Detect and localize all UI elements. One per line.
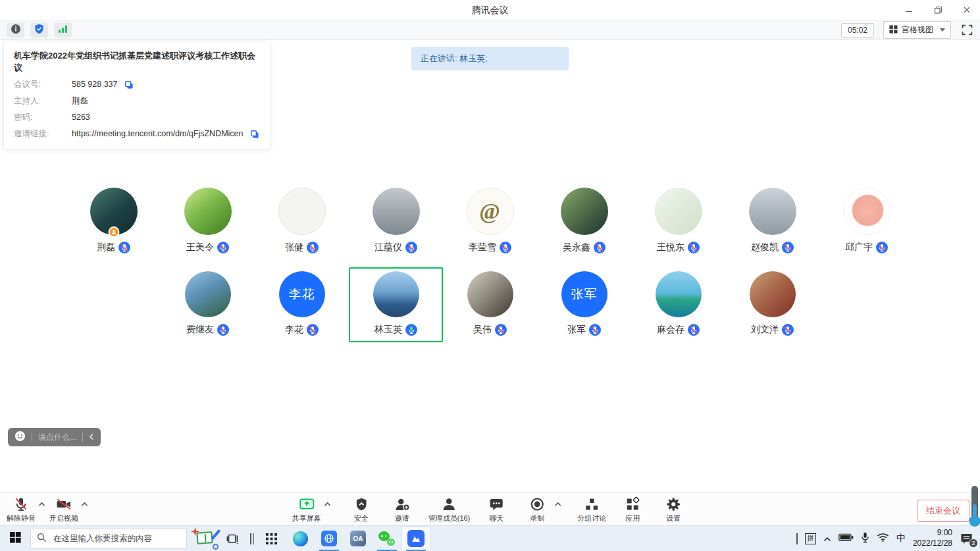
mic-muted-icon: [589, 324, 601, 336]
ime-pinyin-badge[interactable]: 拼: [805, 533, 816, 544]
participant-tile[interactable]: 吴伟: [443, 267, 537, 342]
participant-name: 张健: [285, 242, 303, 253]
participant-name: 王美令: [186, 242, 214, 253]
participant-tile[interactable]: 费继友: [161, 267, 255, 342]
window-title: 腾讯会议: [0, 0, 980, 20]
participant-tile[interactable]: 王美令: [161, 188, 255, 253]
action-center-button[interactable]: 2: [960, 533, 973, 545]
task-view-button[interactable]: [219, 526, 247, 551]
browser-globe-app-icon[interactable]: [315, 526, 344, 551]
battery-icon[interactable]: [838, 533, 854, 544]
toolbar-unmute-label: 解除静音: [7, 513, 36, 523]
participant-tile[interactable]: 荆磊: [66, 188, 161, 253]
mic-muted-icon: [594, 242, 606, 253]
toolbar-invite-button[interactable]: 邀请: [388, 496, 417, 523]
clock-date: 2022/12/28: [913, 538, 952, 549]
participant-tile[interactable]: 麻会存: [631, 267, 725, 342]
emoji-icon[interactable]: [14, 431, 26, 444]
minimize-button[interactable]: [902, 3, 916, 16]
collapse-chevron-icon[interactable]: [89, 431, 94, 443]
chat-input-placeholder[interactable]: 说点什么...: [38, 432, 76, 443]
toolbar-manage-members-button[interactable]: 管理成员(16): [428, 496, 471, 523]
participant-avatar: [185, 271, 231, 317]
toolbar-security-button[interactable]: 安全: [347, 496, 376, 523]
toolbar-start-video-label: 开启视频: [49, 513, 78, 523]
toolbar-settings-button[interactable]: 设置: [659, 496, 688, 523]
mic-muted-icon: [782, 324, 794, 336]
participant-avatar: [843, 188, 890, 235]
mic-muted-icon: [217, 242, 229, 253]
expand-chevron-icon[interactable]: [38, 502, 45, 507]
apps-grid-button[interactable]: [257, 526, 286, 551]
participant-tile[interactable]: 邱广宇: [819, 188, 914, 253]
participant-avatar: [749, 188, 796, 235]
participant-tile[interactable]: @李莹雪: [443, 188, 537, 253]
participant-name: 荆磊: [97, 242, 115, 253]
wechat-app-icon[interactable]: [373, 526, 401, 551]
toolbar-chat-button[interactable]: 聊天: [482, 496, 511, 523]
participant-tile[interactable]: 赵俊凯: [725, 188, 819, 253]
meeting-toolbar: 05:02 宫格视图: [0, 20, 980, 40]
toolbar-breakout-button[interactable]: 分组讨论: [577, 496, 606, 523]
participant-tile[interactable]: 吴永鑫: [537, 188, 631, 253]
wifi-icon[interactable]: [877, 533, 889, 545]
shield-check-icon: [34, 24, 44, 37]
toolbar-apps-button[interactable]: 应用: [618, 496, 647, 523]
language-indicator[interactable]: 中: [896, 533, 906, 544]
meeting-info-row: 邀请链接:https://meeting.tencent.com/dm/qFjs…: [14, 129, 260, 139]
meeting-security-status[interactable]: [30, 22, 48, 38]
participant-tile[interactable]: 刘文洋: [725, 267, 819, 342]
participant-tile[interactable]: 张军张军: [537, 267, 631, 342]
participant-tile[interactable]: 王悦东: [631, 188, 725, 253]
participant-tile[interactable]: 江蕴仪: [349, 188, 443, 253]
start-video-icon: [55, 496, 72, 513]
meeting-info-label: 邀请链接:: [14, 129, 72, 139]
end-meeting-button[interactable]: 结束会议: [917, 500, 969, 522]
meeting-info-value: 5263: [72, 113, 90, 122]
taskbar-search[interactable]: [30, 529, 187, 549]
toolbar-record-button[interactable]: 录制: [523, 496, 552, 523]
participant-tile[interactable]: 林玉英: [349, 267, 443, 342]
participant-nameline: 吴伟: [473, 324, 507, 336]
participant-tile[interactable]: 李花李花: [255, 267, 349, 342]
search-input[interactable]: [52, 533, 180, 544]
copy-icon[interactable]: [250, 130, 259, 139]
chat-quick-bubble[interactable]: 说点什么...: [8, 428, 101, 446]
participant-avatar: [278, 188, 326, 235]
taskbar-clock[interactable]: 9:00 2022/12/28: [913, 528, 952, 548]
edge-app-icon[interactable]: [286, 526, 315, 551]
taskbar-separator: [247, 533, 257, 544]
participant-nameline: 麻会存: [657, 324, 700, 336]
mic-muted-icon: [782, 242, 794, 253]
microphone-tray-icon[interactable]: [861, 532, 869, 546]
close-button[interactable]: [960, 3, 973, 16]
meeting-info-button[interactable]: [7, 22, 24, 38]
notes-app-icon[interactable]: [192, 527, 219, 550]
windows-taskbar: OA 拼 中 9:00 2022/12/28 2: [0, 525, 980, 551]
participant-name: 江蕴仪: [374, 242, 402, 253]
participant-nameline: 邱广宇: [845, 242, 888, 253]
meeting-app-icon[interactable]: [401, 526, 430, 551]
toolbar-chat-label: 聊天: [489, 513, 503, 523]
oa-app-icon[interactable]: OA: [344, 526, 373, 551]
participant-nameline: 李花: [285, 324, 319, 336]
layout-view-selector[interactable]: 宫格视图: [883, 21, 951, 39]
expand-chevron-icon[interactable]: [324, 502, 331, 507]
mic-muted-icon: [500, 242, 511, 253]
meeting-info-value: 荆磊: [72, 96, 88, 106]
toolbar-invite-label: 邀请: [395, 513, 409, 523]
meeting-info-row: 主持人:荆磊: [14, 96, 260, 106]
stylus-widget[interactable]: [971, 486, 978, 521]
participant-tile[interactable]: 张健: [255, 188, 349, 253]
fullscreen-button[interactable]: [960, 24, 973, 37]
hidden-icons-chevron[interactable]: [823, 533, 831, 544]
expand-chevron-icon[interactable]: [554, 502, 561, 507]
toolbar-unmute-button[interactable]: 解除静音: [7, 496, 36, 523]
start-button[interactable]: [0, 526, 30, 551]
restore-button[interactable]: [931, 3, 944, 16]
toolbar-start-video-button[interactable]: 开启视频: [49, 496, 78, 523]
copy-icon[interactable]: [124, 80, 134, 90]
network-quality-button[interactable]: [54, 22, 72, 38]
expand-chevron-icon[interactable]: [81, 502, 88, 507]
toolbar-share-screen-button[interactable]: 共享屏幕: [292, 496, 321, 523]
